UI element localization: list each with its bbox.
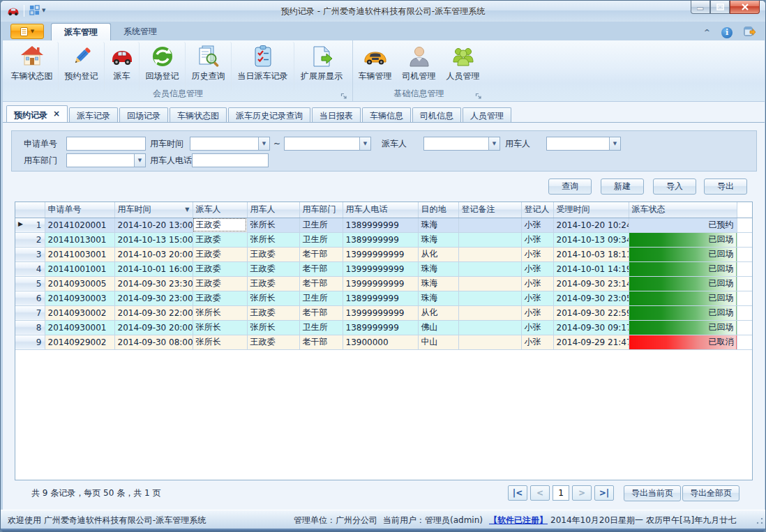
table-cell[interactable] <box>458 291 521 305</box>
table-cell[interactable]: 小张 <box>521 232 553 247</box>
dispatch-status-cell[interactable]: 已预约 <box>629 218 737 232</box>
row-header-column[interactable] <box>15 202 45 218</box>
table-cell[interactable]: 20140930002 <box>45 305 114 320</box>
table-cell[interactable]: 王政委 <box>193 247 247 261</box>
column-header[interactable]: 用车部门 <box>299 202 343 218</box>
table-cell[interactable]: 1389999999 <box>343 232 418 247</box>
table-cell[interactable]: 小张 <box>521 276 553 291</box>
phone-input[interactable] <box>192 153 269 167</box>
doc-tab-history-query[interactable]: 派车历史记录查询 <box>228 107 310 123</box>
row-selector[interactable]: 9 <box>15 335 45 349</box>
row-selector[interactable]: 3 <box>15 247 45 261</box>
table-cell[interactable]: 卫生所 <box>299 320 343 335</box>
table-cell[interactable]: 小张 <box>521 320 553 335</box>
table-cell[interactable]: 20141001001 <box>45 261 114 276</box>
column-header[interactable]: 目的地 <box>418 202 458 218</box>
table-cell[interactable] <box>458 276 521 291</box>
table-cell[interactable]: 1389999999 <box>343 320 418 335</box>
table-cell[interactable]: 王政委 <box>247 276 299 291</box>
table-cell[interactable]: 小张 <box>521 291 553 305</box>
dropdown-arrow-icon[interactable]: ▼ <box>609 137 620 150</box>
table-cell[interactable]: 2014-10-13 15:00 <box>114 232 193 247</box>
table-cell[interactable]: 王政委 <box>247 305 299 320</box>
table-cell[interactable]: 张所长 <box>193 320 247 335</box>
license-registered-link[interactable]: 【软件已注册】 <box>489 515 548 526</box>
row-selector[interactable]: 2 <box>15 232 45 247</box>
doc-tab-vehicle-info[interactable]: 车辆信息 <box>362 107 411 123</box>
row-selector[interactable]: 8 <box>15 320 45 335</box>
maximize-button[interactable] <box>710 1 730 14</box>
column-header[interactable]: 用车人电话 <box>343 202 418 218</box>
table-row[interactable]: 2201410130012014-10-13 15:00王政委张所长卫生所138… <box>15 232 753 247</box>
dispatch-status-cell[interactable]: 已回场 <box>629 320 737 335</box>
table-cell[interactable]: 卫生所 <box>299 218 343 232</box>
table-cell[interactable]: 1389999999 <box>343 291 418 305</box>
table-cell[interactable]: 老干部 <box>299 261 343 276</box>
table-cell[interactable]: 老干部 <box>299 247 343 261</box>
table-cell[interactable]: 20141020001 <box>45 218 114 232</box>
table-cell[interactable]: 王政委 <box>193 261 247 276</box>
dispatch-status-cell[interactable]: 已回场 <box>629 276 737 291</box>
table-cell[interactable]: 王政委 <box>247 247 299 261</box>
info-icon[interactable]: i <box>721 27 733 38</box>
table-cell[interactable]: 小张 <box>521 247 553 261</box>
table-cell[interactable]: 2014-10-03 20:00 <box>114 247 193 261</box>
table-cell[interactable]: 小张 <box>521 335 553 349</box>
table-cell[interactable]: 王政委 <box>193 276 247 291</box>
doc-tab-vehicle-status-map[interactable]: 车辆状态图 <box>170 107 227 123</box>
table-cell[interactable]: 20140930005 <box>45 276 114 291</box>
table-cell[interactable]: 小张 <box>521 261 553 276</box>
collapse-ribbon-icon[interactable]: ^ <box>704 29 710 36</box>
use-time-to-combo[interactable]: ▼ <box>284 137 371 151</box>
row-selector[interactable]: 6 <box>15 291 45 305</box>
query-button[interactable]: 查询 <box>548 178 592 195</box>
table-row[interactable]: ▶1201410200012014-10-20 13:00王政委张所长卫生所13… <box>15 218 753 232</box>
last-page-button[interactable]: >| <box>594 485 614 501</box>
doc-tab-driver-info[interactable]: 司机信息 <box>412 107 461 123</box>
ribbon-tab-dispatch[interactable]: 派车管理 <box>51 23 111 40</box>
dispatch-status-cell[interactable]: 已回场 <box>629 305 737 320</box>
dispatch-status-cell[interactable]: 已回场 <box>629 291 737 305</box>
table-cell[interactable]: 2014-09-30 09:17 <box>553 320 629 335</box>
table-cell[interactable]: 2014-09-29 21:47 <box>553 335 629 349</box>
table-cell[interactable]: 13999999999 <box>343 276 418 291</box>
table-cell[interactable]: 13999999999 <box>343 261 418 276</box>
use-time-from-combo[interactable]: ▼ <box>190 137 270 151</box>
column-header[interactable]: 用车人 <box>247 202 299 218</box>
column-header[interactable]: 派车人 <box>193 202 247 218</box>
doc-tab-personnel[interactable]: 人员管理 <box>463 107 511 123</box>
import-button[interactable]: 导入 <box>653 178 696 195</box>
column-header[interactable]: 登记备注 <box>458 202 521 218</box>
table-cell[interactable]: 2014-09-30 22:59 <box>553 305 629 320</box>
table-row[interactable]: 7201409300022014-09-30 22:00张所长王政委老干部139… <box>15 305 753 320</box>
table-cell[interactable]: 王政委 <box>193 232 247 247</box>
dialog-launcher-icon[interactable] <box>475 92 482 99</box>
page-number-input[interactable] <box>553 485 569 501</box>
export-current-page-button[interactable]: 导出当前页 <box>624 485 681 501</box>
table-cell[interactable] <box>458 247 521 261</box>
table-row[interactable]: 4201410010012014-10-01 16:00王政委王政委老干部139… <box>15 261 753 276</box>
table-cell[interactable]: 卫生所 <box>299 232 343 247</box>
export-button[interactable]: 导出 <box>704 178 747 195</box>
table-cell[interactable]: 卫生所 <box>299 291 343 305</box>
table-cell[interactable]: 2014-10-01 14:19 <box>553 261 629 276</box>
ribbon-button-today-dispatch-records[interactable]: 当日派车记录 <box>232 42 294 91</box>
ribbon-button-history-query[interactable]: 历史查询 <box>186 42 232 91</box>
table-cell[interactable]: 2014-10-13 09:34 <box>553 232 629 247</box>
table-cell[interactable]: 老干部 <box>299 276 343 291</box>
table-cell[interactable]: 珠海 <box>418 218 458 232</box>
export-all-pages-button[interactable]: 导出全部页 <box>682 485 739 501</box>
table-cell[interactable]: 2014-09-30 20:00 <box>114 320 193 335</box>
table-cell[interactable]: 2014-09-30 23:00 <box>114 291 193 305</box>
table-cell[interactable]: 2014-10-20 10:24 <box>553 218 629 232</box>
ribbon-button-dispatch[interactable]: 派车 <box>105 42 140 91</box>
table-cell[interactable]: 小张 <box>521 305 553 320</box>
dropdown-arrow-icon[interactable]: ▼ <box>488 137 500 150</box>
request-no-input[interactable] <box>66 137 146 151</box>
first-page-button[interactable]: |< <box>508 485 527 501</box>
table-row[interactable]: 6201409300032014-09-30 23:00王政委张所长卫生所138… <box>15 291 753 305</box>
dispatch-status-cell[interactable]: 已回场 <box>629 261 737 276</box>
column-header[interactable]: 申请单号 <box>45 202 114 218</box>
table-cell[interactable]: 张所长 <box>193 305 247 320</box>
ribbon-button-driver-management[interactable]: 司机管理 <box>397 42 441 91</box>
